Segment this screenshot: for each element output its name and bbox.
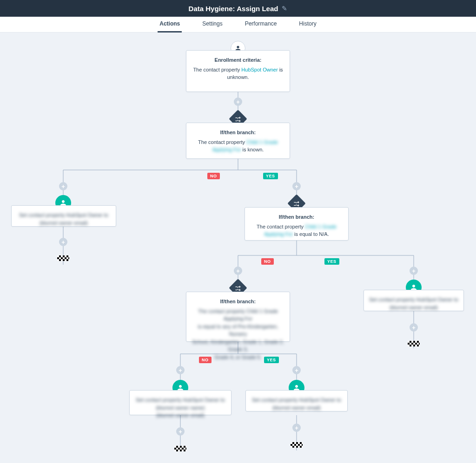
card-body: Set contact property HubSpot Owner to (b…	[369, 296, 459, 311]
add-action-icon[interactable]: +	[292, 366, 301, 374]
workflow-canvas[interactable]: Enrollment criteria: The contact propert…	[0, 33, 476, 463]
branch3-card[interactable]: If/then branch: The contact property Chi…	[186, 292, 290, 342]
tab-actions[interactable]: Actions	[158, 17, 182, 33]
workflow-tabs: Actions Settings Performance History	[0, 17, 476, 33]
add-action-icon[interactable]: +	[292, 424, 301, 432]
add-action-icon[interactable]: +	[176, 427, 185, 436]
end-flag-icon	[291, 442, 303, 448]
end-flag-icon	[174, 446, 186, 451]
card-body: The contact property Child 1 Grade Apply…	[250, 223, 344, 238]
add-action-icon[interactable]: +	[176, 366, 185, 374]
branch-no-badge: NO	[207, 173, 220, 179]
action-d-card[interactable]: Set contact property HubSpot Owner to (b…	[245, 390, 348, 411]
branch-no-badge: NO	[199, 357, 212, 363]
add-action-icon[interactable]: +	[234, 98, 242, 106]
card-body: The contact property Child 1 Grade Apply…	[191, 138, 285, 154]
card-title: If/then branch:	[191, 129, 285, 137]
action-b-card[interactable]: Set contact property HubSpot Owner to (b…	[364, 290, 464, 311]
branch1-card[interactable]: If/then branch: The contact property Chi…	[186, 123, 290, 159]
branch-yes-badge: YES	[324, 258, 339, 265]
enrollment-card[interactable]: Enrollment criteria: The contact propert…	[186, 50, 290, 92]
add-action-icon[interactable]: +	[234, 267, 242, 275]
branch2-card[interactable]: If/then branch: The contact property Chi…	[245, 207, 349, 241]
branch-yes-badge: YES	[263, 173, 278, 179]
tab-history[interactable]: History	[297, 17, 318, 33]
add-action-icon[interactable]: +	[59, 238, 67, 246]
branch-no-badge: NO	[261, 258, 274, 265]
branch-yes-badge: YES	[264, 357, 279, 363]
add-action-icon[interactable]: +	[410, 323, 418, 332]
pencil-icon[interactable]: ✎	[282, 5, 287, 12]
add-action-icon[interactable]: +	[410, 267, 418, 275]
card-body: Set contact property HubSpot Owner to (b…	[251, 396, 343, 411]
tab-performance[interactable]: Performance	[243, 17, 279, 33]
card-title: If/then branch:	[250, 213, 344, 221]
card-body: The contact property HubSpot Owner is un…	[191, 66, 285, 81]
tab-settings[interactable]: Settings	[200, 17, 224, 33]
end-flag-icon	[57, 255, 69, 261]
add-action-icon[interactable]: +	[59, 182, 67, 190]
workflow-title: Data Hygiene: Assign Lead	[189, 5, 278, 13]
action-c-card[interactable]: Set contact property HubSpot Owner to (b…	[129, 390, 231, 415]
card-body: Set contact property HubSpot Owner to (b…	[134, 396, 226, 419]
card-body: The contact property Child 1 Grade Apply…	[191, 307, 285, 361]
end-flag-icon	[408, 341, 420, 346]
add-action-icon[interactable]: +	[292, 182, 301, 190]
action-a-card[interactable]: Set contact property HubSpot Owner to (b…	[11, 205, 116, 227]
card-title: Enrollment criteria:	[191, 56, 285, 64]
card-title: If/then branch:	[191, 298, 285, 306]
workflow-title-bar: Data Hygiene: Assign Lead ✎	[0, 0, 476, 17]
card-body: Set contact property HubSpot Owner to (b…	[16, 211, 111, 227]
